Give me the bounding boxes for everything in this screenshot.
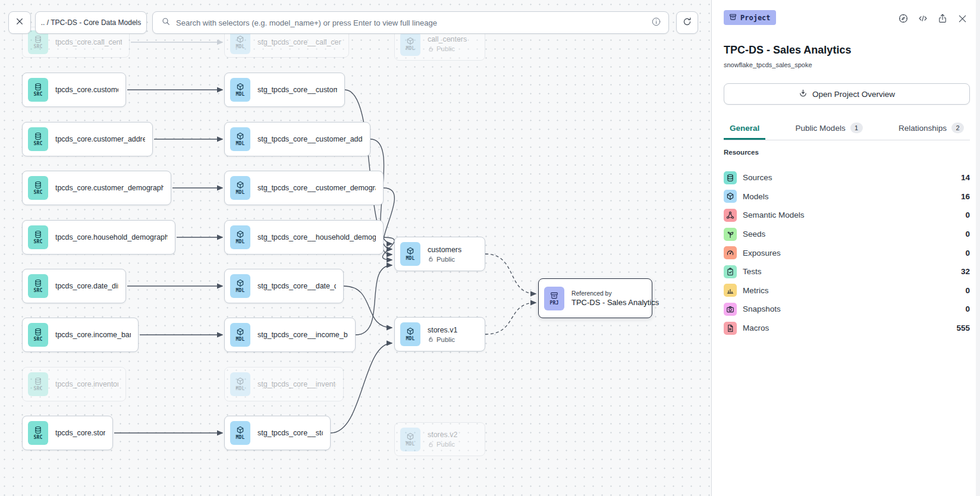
database-icon [34,426,42,434]
lock-open-icon [428,46,434,52]
lineage-canvas[interactable]: SRCtpcds_core.call_centerMDLstg_tpcds_co… [0,0,711,496]
resource-row-seeds[interactable]: Seeds0 [724,225,970,244]
panel-scrollbar[interactable] [976,0,980,496]
model-badge: MDL [230,225,250,249]
open-project-overview-button[interactable]: Open Project Overview [724,83,970,105]
public-access-label: Public [428,45,467,52]
code-button[interactable] [917,12,929,24]
compass-button[interactable] [897,12,909,24]
database-icon [34,328,42,336]
database-icon [34,377,42,385]
node-label: stg_tpcds_core__customer_address [257,135,363,143]
archive-icon [550,291,558,300]
close-icon [957,13,968,24]
cube-icon [236,132,244,140]
share-icon [937,13,948,24]
resource-row-snapshots[interactable]: Snapshots0 [724,300,970,319]
lineage-node-src_income_band[interactable]: SRCtpcds_core.income_band [22,318,139,352]
cube-icon [236,377,244,385]
cube-icon [236,83,244,91]
code-icon [918,13,928,24]
lineage-node-pub_stores_v2[interactable]: MDLstores.v2Public [394,422,485,456]
lineage-node-mdl_customer_address[interactable]: MDLstg_tpcds_core__customer_address [224,122,370,156]
bar-chart-icon [726,286,734,294]
seedling-icon [726,230,734,238]
lineage-node-mdl_store[interactable]: MDLstg_tpcds_core__store [224,416,331,450]
badge-label: SRC [33,386,42,391]
referenced-by-label: Referenced by [571,290,645,297]
close-icon [15,17,24,29]
breadcrumb-label: .. / TPC-DS - Core Data Models [41,18,142,27]
resource-row-exposures[interactable]: Exposures0 [724,243,970,262]
lineage-node-mdl_date_dim[interactable]: MDLstg_tpcds_core__date_dim [224,269,344,303]
lineage-node-src_customer[interactable]: SRCtpcds_core.customer [22,73,126,107]
lineage-node-mdl_income_band[interactable]: MDLstg_tpcds_core__income_band [224,318,356,352]
cube-icon [406,37,414,45]
node-label: tpcds_core.store [55,429,105,437]
bar-chart-icon [724,284,737,297]
close-lineage-button[interactable] [8,11,31,34]
lineage-node-src_store[interactable]: SRCtpcds_core.store [22,416,113,450]
model-badge: MDL [230,176,250,200]
info-icon [651,17,661,27]
overview-icon [799,89,808,98]
info-icon[interactable] [651,17,661,29]
node-label: call_centers [428,35,467,43]
lineage-node-mdl_customer_demographics[interactable]: MDLstg_tpcds_core__customer_demogra… [224,171,384,205]
lineage-node-src_inventory[interactable]: SRCtpcds_core.inventory [22,367,126,401]
lineage-node-mdl_customer[interactable]: MDLstg_tpcds_core__customer [224,73,345,107]
source-badge: SRC [28,176,48,200]
lineage-node-pub_customers[interactable]: MDLcustomersPublic [394,237,485,271]
clipboard-check-icon [726,268,734,276]
resource-count: 0 [965,286,970,295]
share-button[interactable] [937,12,948,24]
lineage-node-prj_sales[interactable]: PRJReferenced byTPC-DS - Sales Analytics [538,278,652,318]
resource-row-tests[interactable]: Tests32 [724,262,970,281]
lineage-node-src_date_dim[interactable]: SRCtpcds_core.date_dim [22,269,126,303]
close-button[interactable] [956,12,968,24]
node-label: stg_tpcds_core__call_center [257,38,341,46]
badge-label: MDL [406,46,414,51]
cube-icon [236,230,244,238]
source-badge: SRC [28,421,48,445]
resource-row-models[interactable]: Models16 [724,187,970,206]
node-label: customers [428,246,461,254]
lineage-node-src_customer_address[interactable]: SRCtpcds_core.customer_address [22,122,153,156]
node-label: stg_tpcds_core__income_band [257,331,348,339]
tab-public-models[interactable]: Public Models1 [790,118,869,140]
node-label: stg_tpcds_core__customer [257,86,337,94]
resource-count: 0 [965,211,970,219]
resource-row-metrics[interactable]: Metrics0 [724,281,970,300]
lineage-node-mdl_household_demographics[interactable]: MDLstg_tpcds_core__household_demogr… [224,220,384,255]
badge-label: MDL [235,239,244,244]
resources-heading: Resources [724,149,759,156]
tab-general[interactable]: General [724,118,765,140]
badge-label: SRC [33,239,42,244]
resource-row-macros[interactable]: Macros555 [724,319,970,338]
breadcrumb[interactable]: .. / TPC-DS - Core Data Models [35,11,147,34]
lineage-node-pub_stores_v1[interactable]: MDLstores.v1Public [394,317,485,351]
search-input[interactable] [176,18,646,27]
tab-relationships[interactable]: Relationships2 [893,118,970,140]
camera-icon [724,303,737,316]
source-badge: SRC [28,30,48,54]
lineage-node-src_household_demographics[interactable]: SRCtpcds_core.household_demographics [22,220,175,255]
badge-label: SRC [33,92,42,97]
resource-row-sources[interactable]: Sources14 [724,168,970,187]
close-icon [15,17,24,26]
node-label: tpcds_core.inventory [55,380,118,388]
model-badge: MDL [230,78,250,102]
node-label: tpcds_core.income_band [55,331,131,339]
database-icon [34,181,42,189]
source-badge: SRC [28,225,48,249]
lineage-node-mdl_inventory[interactable]: MDLstg_tpcds_core__inventory [224,367,344,401]
lineage-node-src_customer_demographics[interactable]: SRCtpcds_core.customer_demographics [22,171,171,205]
seedling-icon [724,228,737,241]
camera-icon [726,305,734,313]
refresh-button[interactable] [676,11,698,34]
badge-label: SRC [33,337,42,342]
resource-label: Seeds [743,230,959,238]
badge-label: SRC [33,190,42,195]
resource-row-semantic-models[interactable]: Semantic Models0 [724,206,970,225]
model-badge: MDL [400,322,420,346]
